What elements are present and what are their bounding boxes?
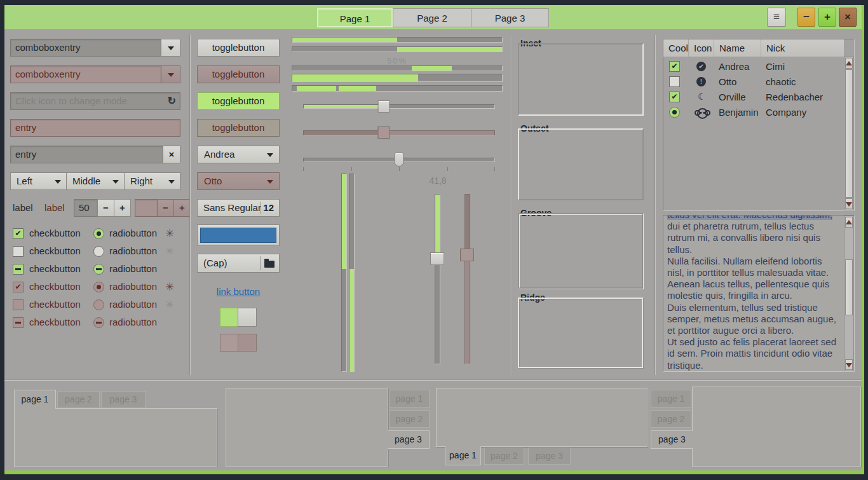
checkbox-mixed-disabled <box>13 317 24 328</box>
triangle-down-icon <box>846 363 852 367</box>
spin-plus-button[interactable]: + <box>114 199 131 217</box>
spin-plus-button-disabled: + <box>173 199 191 217</box>
font-button[interactable]: Sans Regular 12 <box>197 199 280 217</box>
column-header-cool[interactable]: Cool <box>663 39 689 57</box>
nb2-tab-page2[interactable]: page 2 <box>389 410 430 428</box>
combobox-value: Otto <box>204 175 222 186</box>
table-scrollbar[interactable] <box>844 57 854 210</box>
scroll-down-button[interactable] <box>845 359 853 370</box>
table-row[interactable]: ✔ ✔ Andrea Cimi <box>663 59 844 74</box>
table-row[interactable]: ! Otto chaotic <box>663 74 844 90</box>
file-chooser-button[interactable]: (Cap) <box>197 254 280 273</box>
check-radio-row-disabled: ✔ checkbutton radiobutton ✳ <box>13 280 191 296</box>
progressbar-rtl <box>292 46 503 52</box>
nb1-tab-page2[interactable]: page 2 <box>57 391 100 408</box>
hscale-fill <box>304 105 384 108</box>
refresh-icon[interactable]: ↻ <box>168 95 176 107</box>
nb3-tab-page1[interactable]: page 1 <box>445 446 481 465</box>
checkbox-mixed[interactable] <box>13 264 24 275</box>
scroll-up-button[interactable] <box>845 58 853 69</box>
table-row[interactable]: Benjamin Company <box>663 105 844 120</box>
table-row[interactable]: ✔ ☾ Orville Redenbacher <box>663 90 844 105</box>
switch-handle[interactable] <box>238 308 257 327</box>
titlebar-tab-page1[interactable]: Page 1 <box>317 8 393 27</box>
scroll-down-button[interactable] <box>845 198 853 209</box>
hamburger-icon: ≡ <box>773 11 780 23</box>
vprogressbar-ttb <box>341 174 347 372</box>
scroll-up-button[interactable] <box>845 217 853 228</box>
nb3-tab-page2[interactable]: page 2 <box>484 448 524 465</box>
color-button[interactable] <box>197 224 280 246</box>
column-header-name[interactable]: Name <box>714 39 761 57</box>
link-button[interactable]: link button <box>217 286 260 297</box>
comboboxentry-dropdown-button[interactable] <box>161 39 180 57</box>
togglebutton-normal[interactable]: togglebutton <box>197 39 280 57</box>
progress-fill <box>397 47 502 51</box>
titlebar[interactable]: Page 1 Page 2 Page 3 ≡ − + × <box>4 5 862 29</box>
hscale-handle[interactable] <box>395 153 404 167</box>
combo-left[interactable]: Left <box>10 172 67 190</box>
comboboxentry-input[interactable]: comboboxentry <box>10 39 161 57</box>
textview-scrollbar[interactable] <box>844 216 854 371</box>
hscale-with-marks[interactable] <box>303 151 495 172</box>
close-button[interactable]: × <box>839 8 857 27</box>
hscale[interactable] <box>303 100 495 114</box>
vscale-trough[interactable] <box>435 194 440 364</box>
scale-mark <box>447 167 448 171</box>
exclamation-icon: ! <box>700 78 702 85</box>
vscale[interactable] <box>430 194 444 364</box>
combo-right[interactable]: Right <box>124 172 180 190</box>
textview[interactable]: tellus vel elit erat. Maecenas dignissim… <box>663 215 855 372</box>
radiobutton-checked[interactable] <box>93 228 104 239</box>
scrollbar-thumb[interactable] <box>845 259 853 315</box>
nb4-tab-page1[interactable]: page 1 <box>651 390 691 408</box>
vscale-fill <box>435 195 440 259</box>
radiobutton-label[interactable]: radiobutton <box>109 263 157 274</box>
textview-content[interactable]: tellus vel elit erat. Maecenas dignissim… <box>667 215 841 372</box>
scrollbar-thumb[interactable] <box>845 69 853 198</box>
togglebutton-active[interactable]: togglebutton <box>197 92 280 110</box>
nb2-tab-page3[interactable]: page 3 <box>388 430 430 449</box>
nb1-tab-page1[interactable]: page 1 <box>14 390 56 409</box>
radiobutton-unchecked[interactable] <box>93 246 104 257</box>
checkbutton-label[interactable]: checkbutton <box>29 228 81 238</box>
hscale-handle[interactable] <box>377 100 390 113</box>
combo-middle[interactable]: Middle <box>66 172 125 190</box>
checkbox-unchecked[interactable] <box>13 246 24 257</box>
checkbutton-label[interactable]: checkbutton <box>29 245 81 256</box>
nb4-tab-page2[interactable]: page 2 <box>651 410 691 428</box>
nb1-tab-page3[interactable]: page 3 <box>101 391 146 408</box>
hscale-disabled <box>303 126 495 140</box>
nb3-tab-page3[interactable]: page 3 <box>528 448 571 465</box>
hscale-trough <box>303 130 495 135</box>
titlebar-tab-page2[interactable]: Page 2 <box>393 8 471 27</box>
radiobutton-label[interactable]: radiobutton <box>109 245 157 256</box>
column-header-icon[interactable]: Icon <box>689 39 714 57</box>
radiobutton-mixed[interactable] <box>93 264 104 275</box>
checkbox-checked[interactable]: ✔ <box>13 228 24 239</box>
hscale-trough[interactable] <box>303 104 495 109</box>
row-checkbox-unchecked[interactable] <box>669 76 680 87</box>
minimize-button[interactable]: − <box>797 8 815 27</box>
entry-with-clear[interactable]: entry <box>10 146 163 163</box>
nb2-tab-page1[interactable]: page 1 <box>389 390 430 408</box>
treeview: Cool Icon Name Nick ✔ ✔ Andrea Cimi ! Ot… <box>663 39 855 211</box>
menu-button[interactable]: ≡ <box>767 8 786 27</box>
chevron-down-icon <box>267 153 273 157</box>
maximize-button[interactable]: + <box>818 8 836 27</box>
clear-entry-button[interactable]: × <box>163 146 180 163</box>
checkbutton-label[interactable]: checkbutton <box>29 263 81 274</box>
switch-on[interactable] <box>220 308 257 327</box>
column-header-nick[interactable]: Nick <box>761 39 844 57</box>
row-radio-checked[interactable] <box>669 107 680 118</box>
vscale-handle[interactable] <box>430 252 444 265</box>
row-checkbox-checked[interactable]: ✔ <box>669 92 680 102</box>
icon-mode-entry[interactable]: Click icon to change mode ↻ <box>10 92 180 110</box>
radiobutton-label[interactable]: radiobutton <box>109 228 157 238</box>
titlebar-tab-page3[interactable]: Page 3 <box>471 8 549 27</box>
spinbutton-value[interactable]: 50 <box>74 199 98 217</box>
row-checkbox-checked[interactable]: ✔ <box>669 61 680 72</box>
nb4-tab-page3[interactable]: page 3 <box>651 430 693 449</box>
combobox-andrea[interactable]: Andrea <box>197 146 280 163</box>
spin-minus-button[interactable]: − <box>97 199 114 217</box>
